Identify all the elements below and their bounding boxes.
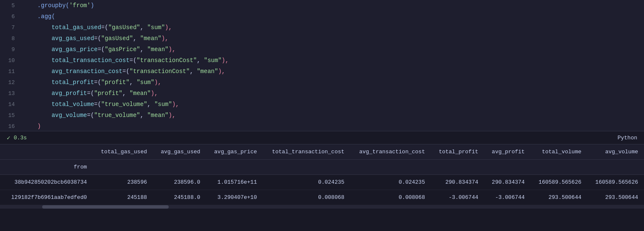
col-avg-gas-price: avg_gas_price <box>206 144 263 160</box>
code-text: avg_profit=("profit", "mean"), <box>23 88 158 99</box>
cell-avg_volume: 160589.565626 <box>587 175 644 190</box>
line-number: 16 <box>0 121 23 131</box>
code-text: total_profit=("profit", "sum"), <box>23 77 162 88</box>
language-indicator: Python <box>617 135 637 141</box>
cell-avg_gas_used: 245188.0 <box>153 190 206 205</box>
code-text: avg_transaction_cost=("transactionCost",… <box>23 66 225 77</box>
line-number: 6 <box>0 11 23 22</box>
scrollbar-thumb[interactable] <box>42 205 169 209</box>
line-number: 9 <box>0 44 23 55</box>
line-number: 10 <box>0 55 23 66</box>
line-number: 8 <box>0 33 23 44</box>
table-row: 38b942850202bcb6038734238596238596.01.01… <box>0 175 644 190</box>
results-table: total_gas_used avg_gas_used avg_gas_pric… <box>0 144 644 205</box>
code-text: .agg( <box>23 11 55 22</box>
line-number: 12 <box>0 77 23 88</box>
code-line: 10 total_transaction_cost=("transactionC… <box>0 55 644 66</box>
code-editor: 5 .groupby('from')6 .agg(7 total_gas_use… <box>0 0 644 131</box>
data-table-container[interactable]: total_gas_used avg_gas_used avg_gas_pric… <box>0 144 644 231</box>
line-number: 13 <box>0 88 23 99</box>
col-avg-transaction-cost: avg_transaction_cost <box>350 144 431 160</box>
code-line: 13 avg_profit=("profit", "mean"), <box>0 88 644 99</box>
cell-avg_gas_used: 238596.0 <box>153 175 206 190</box>
code-line: 11 avg_transaction_cost=("transactionCos… <box>0 66 644 77</box>
line-number: 15 <box>0 110 23 121</box>
code-line: 6 .agg( <box>0 11 644 22</box>
col-avg-gas-used: avg_gas_used <box>153 144 206 160</box>
col-total-gas-used: total_gas_used <box>93 144 153 160</box>
row-index: 38b942850202bcb6038734 <box>0 175 93 190</box>
line-number: 5 <box>0 0 23 11</box>
scrollbar-area[interactable] <box>0 205 644 209</box>
cell-avg_gas_price: 3.290407e+10 <box>206 190 263 205</box>
col-index <box>0 144 93 160</box>
cell-total_transaction_cost: 0.008068 <box>263 190 350 205</box>
code-line: 12 total_profit=("profit", "sum"), <box>0 77 644 88</box>
execution-time: 0.3s <box>13 135 27 141</box>
col-total-volume: total_volume <box>531 144 587 160</box>
code-text: total_gas_used=("gasUsed", "sum"), <box>23 22 172 33</box>
cell-avg_transaction_cost: 0.008068 <box>350 190 431 205</box>
cell-avg_transaction_cost: 0.024235 <box>350 175 431 190</box>
line-number: 14 <box>0 99 23 110</box>
cell-total_volume: 293.500644 <box>531 190 587 205</box>
code-text: avg_gas_used=("gasUsed", "mean"), <box>23 33 169 44</box>
cell-total_gas_used: 238596 <box>93 175 153 190</box>
code-line: 7 total_gas_used=("gasUsed", "sum"), <box>0 22 644 33</box>
table-header-row: total_gas_used avg_gas_used avg_gas_pric… <box>0 144 644 160</box>
code-line: 9 avg_gas_price=("gasPrice", "mean"), <box>0 44 644 55</box>
status-left: ✓ 0.3s <box>7 134 27 141</box>
code-text: total_volume=("true_volume", "sum"), <box>23 99 179 110</box>
cell-total_gas_used: 245188 <box>93 190 153 205</box>
code-text: total_transaction_cost=("transactionCost… <box>23 55 229 66</box>
code-line: 8 avg_gas_used=("gasUsed", "mean"), <box>0 33 644 44</box>
cell-avg_gas_price: 1.015716e+11 <box>206 175 263 190</box>
cell-avg_volume: 293.500644 <box>587 190 644 205</box>
cell-total_profit: 290.834374 <box>431 175 484 190</box>
check-icon: ✓ <box>7 134 10 141</box>
table-index-label-row: from <box>0 160 644 175</box>
cell-total_profit: -3.006744 <box>431 190 484 205</box>
code-line: 14 total_volume=("true_volume", "sum"), <box>0 99 644 110</box>
col-avg-profit: avg_profit <box>484 144 531 160</box>
table-row: l29182f7b6961aab7edfed0245188245188.03.2… <box>0 190 644 205</box>
col-avg-volume: avg_volume <box>587 144 644 160</box>
col-total-transaction-cost: total_transaction_cost <box>263 144 350 160</box>
status-bar: ✓ 0.3s Python <box>0 131 644 144</box>
cell-avg_profit: -3.006744 <box>484 190 531 205</box>
cell-avg_profit: 290.834374 <box>484 175 531 190</box>
cell-total_volume: 160589.565626 <box>531 175 587 190</box>
code-text: avg_gas_price=("gasPrice", "mean"), <box>23 44 175 55</box>
code-line: 15 avg_volume=("true_volume", "mean"), <box>0 110 644 121</box>
code-text: avg_volume=("true_volume", "mean"), <box>23 110 175 121</box>
code-text: .groupby('from') <box>23 0 94 11</box>
code-line: 5 .groupby('from') <box>0 0 644 11</box>
col-total-profit: total_profit <box>431 144 484 160</box>
line-number: 7 <box>0 22 23 33</box>
row-index: l29182f7b6961aab7edfed0 <box>0 190 93 205</box>
cell-total_transaction_cost: 0.024235 <box>263 175 350 190</box>
line-number: 11 <box>0 66 23 77</box>
code-line: 16 ) <box>0 121 644 131</box>
code-text: ) <box>23 121 41 131</box>
index-label: from <box>0 160 93 175</box>
